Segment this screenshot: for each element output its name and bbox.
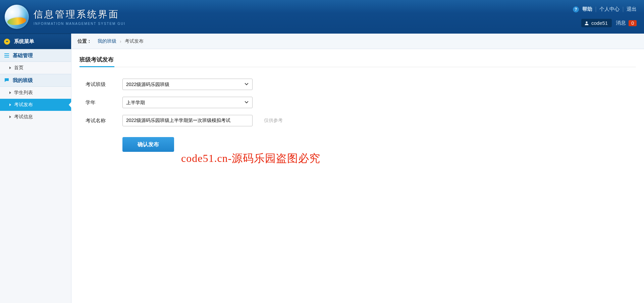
breadcrumb: 位置： 我的班级 › 考试发布 <box>71 34 644 49</box>
breadcrumb-current: 考试发布 <box>125 38 144 44</box>
select-exam-class-wrap: 2022级源码乐园班级 <box>122 79 253 90</box>
sidebar-group-myclass[interactable]: 我的班级 <box>0 74 71 87</box>
sidebar-group-basic[interactable]: 基础管理 <box>0 49 71 62</box>
svg-point-0 <box>586 21 587 23</box>
sidebar: 系统菜单 基础管理 首页 我的班级 学生列表 考试发布 <box>0 34 71 303</box>
user-icon <box>584 20 589 26</box>
app-header: 信息管理系统界面 INFORMATION MANAGEMENT SYSTEM G… <box>0 0 644 34</box>
submit-button[interactable]: 确认发布 <box>122 137 174 152</box>
logout-link[interactable]: 退出 <box>627 6 637 12</box>
sidebar-item-label: 学生列表 <box>14 90 33 96</box>
hint-text: 仅供参考 <box>264 118 283 124</box>
logo-icon <box>5 5 29 29</box>
help-link[interactable]: 帮助 <box>582 6 592 12</box>
sidebar-item-exam-info[interactable]: 考试信息 <box>0 111 71 123</box>
app-title: 信息管理系统界面 <box>34 8 125 21</box>
form-row-exam-name: 考试名称 仅供参考 <box>79 115 636 126</box>
sidebar-item-exam-publish[interactable]: 考试发布 <box>0 99 71 111</box>
select-semester-wrap: 上半学期 <box>122 97 253 108</box>
main-content: 位置： 我的班级 › 考试发布 班级考试发布 考试班级 2022级源码乐园班级 <box>71 34 644 303</box>
svg-rect-2 <box>4 55 9 56</box>
input-exam-name[interactable] <box>122 115 253 126</box>
header-nav-bottom: code51 消息 0 <box>581 19 637 27</box>
sidebar-menu-header[interactable]: 系统菜单 <box>0 34 71 49</box>
logo-swoosh <box>7 16 26 26</box>
breadcrumb-link[interactable]: 我的班级 <box>98 38 116 44</box>
chevron-down-icon <box>4 39 10 45</box>
form-row-semester: 学年 上半学期 <box>79 97 636 108</box>
breadcrumb-sep: › <box>120 39 121 44</box>
svg-rect-3 <box>4 57 9 57</box>
svg-rect-1 <box>4 53 9 54</box>
list-icon <box>4 53 9 58</box>
sidebar-item-label: 考试发布 <box>14 102 33 108</box>
sidebar-item-label: 首页 <box>14 65 23 71</box>
select-semester[interactable]: 上半学期 <box>122 97 253 108</box>
form-area: 班级考试发布 考试班级 2022级源码乐园班级 学年 上半学期 <box>71 49 644 159</box>
brand-block: 信息管理系统界面 INFORMATION MANAGEMENT SYSTEM G… <box>34 8 125 26</box>
breadcrumb-label: 位置： <box>77 38 92 44</box>
form-row-class: 考试班级 2022级源码乐园班级 <box>79 79 636 90</box>
caret-right-icon <box>9 67 11 69</box>
label-semester: 学年 <box>86 99 122 106</box>
caret-right-icon <box>9 91 11 94</box>
chat-icon <box>4 78 9 83</box>
label-exam-class: 考试班级 <box>86 81 122 88</box>
username: code51 <box>591 20 608 26</box>
page-title: 班级考试发布 <box>79 56 636 67</box>
divider <box>596 7 596 12</box>
app-subtitle: INFORMATION MANAGEMENT SYSTEM GUI <box>34 22 125 26</box>
personal-center-link[interactable]: 个人中心 <box>599 6 620 12</box>
sidebar-group-label: 基础管理 <box>13 52 33 59</box>
caret-right-icon <box>9 103 11 106</box>
divider <box>623 7 623 12</box>
sidebar-item-home[interactable]: 首页 <box>0 62 71 74</box>
messages-count[interactable]: 0 <box>629 20 637 26</box>
header-nav-top: ? 帮助 个人中心 退出 <box>570 6 637 12</box>
sidebar-group-label: 我的班级 <box>13 77 33 84</box>
messages-label[interactable]: 消息 <box>616 20 626 26</box>
label-exam-name: 考试名称 <box>86 118 122 124</box>
user-pill[interactable]: code51 <box>581 19 612 27</box>
caret-right-icon <box>9 116 11 118</box>
help-icon: ? <box>573 6 579 12</box>
sidebar-item-label: 考试信息 <box>14 114 33 120</box>
select-exam-class[interactable]: 2022级源码乐园班级 <box>122 79 253 90</box>
sidebar-menu-title: 系统菜单 <box>14 38 34 45</box>
sidebar-item-student-list[interactable]: 学生列表 <box>0 87 71 99</box>
